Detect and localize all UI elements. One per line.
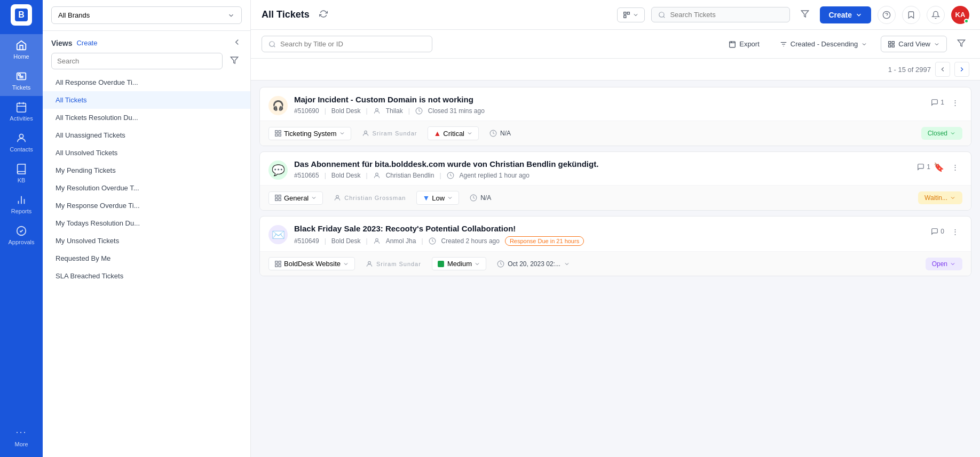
views-filter-button[interactable]	[227, 53, 242, 69]
ticket-title[interactable]: Major Incident - Custom Domain is not wo…	[294, 95, 924, 104]
refresh-icon	[319, 10, 328, 18]
clock-icon	[429, 237, 436, 245]
ticket-more-button[interactable]: ⋮	[947, 95, 962, 110]
ticket-group-field[interactable]: BoldDesk Website	[268, 257, 355, 270]
ticket-due-field: Oct 20, 2023 02:...	[497, 260, 570, 268]
group-icon	[274, 260, 282, 268]
svg-rect-38	[279, 261, 281, 263]
logo-inner: B	[15, 9, 28, 21]
ticket-group-field[interactable]: General	[268, 191, 323, 205]
help-button[interactable]	[878, 6, 896, 24]
sidebar-item-contacts[interactable]: Contacts	[0, 127, 43, 158]
tickets-search-input[interactable]	[280, 40, 370, 48]
svg-marker-18	[958, 40, 965, 46]
ticket-group-field[interactable]: Ticketing System	[268, 127, 351, 140]
topbar-filter-button[interactable]	[796, 6, 813, 23]
svg-marker-10	[802, 11, 809, 17]
ticket-number: #510665	[294, 172, 319, 179]
sort-icon	[780, 41, 787, 48]
agent-blurred: Sriram Sundar	[376, 261, 421, 267]
ticket-more-button[interactable]: ⋮	[947, 159, 962, 174]
brands-dropdown[interactable]: All Brands	[51, 6, 242, 24]
sidebar-item-more[interactable]: ··· More	[0, 421, 43, 453]
ticket-card-bottom: Ticketing System Sriram Sundar ▲ Critica…	[260, 121, 971, 146]
sidebar-nav-item-my-response-overdue[interactable]: My Response Overdue Ti...	[43, 197, 250, 214]
search-type-button[interactable]	[617, 7, 645, 22]
ticket-actions: 1 🔖 ⋮	[917, 159, 962, 174]
sidebar-nav-item-all-tickets-resolution[interactable]: All Tickets Resolution Du...	[43, 109, 250, 126]
sidebar-nav-item-my-todays-resolution[interactable]: My Todays Resolution Du...	[43, 214, 250, 232]
ticket-priority-field[interactable]: ▲ Critical	[428, 126, 479, 140]
svg-rect-21	[275, 131, 278, 133]
sidebar-nav-item-all-response-overdue[interactable]: All Response Overdue Ti...	[43, 74, 250, 91]
ticket-due-field: N/A	[470, 194, 491, 202]
main-content: All Tickets Create KA	[251, 0, 980, 457]
notifications-button[interactable]	[927, 6, 945, 24]
ticket-title[interactable]: Das Abonnement für bita.bolddesk.com wur…	[294, 159, 911, 169]
sidebar-item-kb[interactable]: KB	[0, 158, 43, 189]
priority-chevron-icon	[467, 130, 473, 137]
content-filter-button[interactable]	[953, 35, 969, 53]
refresh-button[interactable]	[319, 10, 328, 20]
topbar-search-input[interactable]	[670, 11, 766, 19]
priority-icon: ▼	[422, 194, 430, 202]
sidebar: All Brands Views Create All Response Ove…	[43, 0, 251, 457]
sidebar-item-approvals[interactable]: Approvals	[0, 220, 43, 251]
sidebar-item-home[interactable]: Home	[0, 34, 43, 65]
ticket-time: Closed 31 mins ago	[428, 107, 485, 115]
tickets-search-icon	[268, 41, 276, 48]
sidebar-nav-item-all-unsolved[interactable]: All Unsolved Tickets	[43, 144, 250, 162]
svg-rect-17	[892, 45, 894, 47]
priority-chevron-icon	[447, 195, 453, 201]
sidebar-item-tickets[interactable]: Tickets	[0, 65, 43, 96]
response-due-badge: Response Due in 21 hours	[505, 236, 584, 246]
svg-point-27	[375, 173, 378, 175]
topbar-search-box	[651, 7, 790, 22]
avatar[interactable]: KA	[951, 6, 969, 24]
sidebar-nav-item-my-resolution-overdue[interactable]: My Resolution Overdue T...	[43, 179, 250, 197]
bookmark-button[interactable]	[902, 6, 920, 24]
ticket-priority-field[interactable]: ▼ Low	[416, 191, 459, 205]
group-chevron-icon	[311, 195, 317, 201]
pagination-next-button[interactable]	[954, 62, 969, 77]
sidebar-nav-item-my-pending[interactable]: My Pending Tickets	[43, 162, 250, 179]
ticket-meta: #510665 | Bold Desk | Christian Bendlin …	[294, 172, 911, 179]
sidebar-item-activities[interactable]: Activities	[0, 96, 43, 127]
pagination-prev-button[interactable]	[935, 62, 950, 77]
sidebar-nav-item-requested-by-me[interactable]: Requested By Me	[43, 250, 250, 267]
views-create-button[interactable]: Create	[76, 39, 97, 47]
agent-icon	[373, 237, 381, 245]
ticket-status-button[interactable]: Closed	[921, 127, 962, 140]
ticket-status-button[interactable]: Open	[926, 258, 962, 270]
sidebar-nav-item-my-unsolved[interactable]: My Unsolved Tickets	[43, 232, 250, 250]
create-label: Create	[828, 11, 852, 19]
approvals-icon	[15, 225, 27, 237]
sidebar-collapse-button[interactable]	[232, 37, 242, 49]
create-button[interactable]: Create	[820, 6, 871, 23]
content-filter-icon	[957, 39, 966, 47]
ticket-priority-field[interactable]: Medium	[432, 257, 486, 270]
view-toggle-button[interactable]: Card View	[881, 36, 947, 52]
ticket-more-button[interactable]: ⋮	[947, 224, 962, 239]
app-logo[interactable]: B	[11, 4, 32, 26]
sidebar-nav-item-all-unassigned[interactable]: All Unassigned Tickets	[43, 126, 250, 144]
sort-button[interactable]: Created - Descending	[773, 36, 874, 52]
ticket-card-bottom: BoldDesk Website Sriram Sundar Medium	[260, 251, 971, 276]
svg-point-19	[375, 108, 378, 111]
svg-rect-22	[279, 131, 281, 133]
views-search-input[interactable]	[51, 53, 223, 69]
comment-count: 1	[917, 163, 930, 171]
sidebar-nav-item-sla-breached[interactable]: SLA Breached Tickets	[43, 267, 250, 285]
sidebar-nav-item-all-tickets[interactable]: All Tickets	[43, 91, 250, 109]
ticket-title[interactable]: Black Friday Sale 2023: Recooty's Potent…	[294, 224, 924, 233]
more-label: More	[14, 441, 28, 447]
bookmark-crossed-icon[interactable]: 🔖	[934, 162, 944, 172]
ticket-card: 🎧 Major Incident - Custom Domain is not …	[259, 87, 971, 146]
export-button[interactable]: Export	[722, 36, 766, 52]
sidebar-item-reports[interactable]: Reports	[0, 189, 43, 220]
ticket-card-top: 🎧 Major Incident - Custom Domain is not …	[260, 87, 971, 121]
svg-point-35	[375, 238, 378, 241]
ticket-status-button[interactable]: Waitin...	[918, 191, 962, 204]
ticket-brand: Bold Desk	[331, 237, 361, 245]
svg-rect-37	[275, 261, 278, 263]
